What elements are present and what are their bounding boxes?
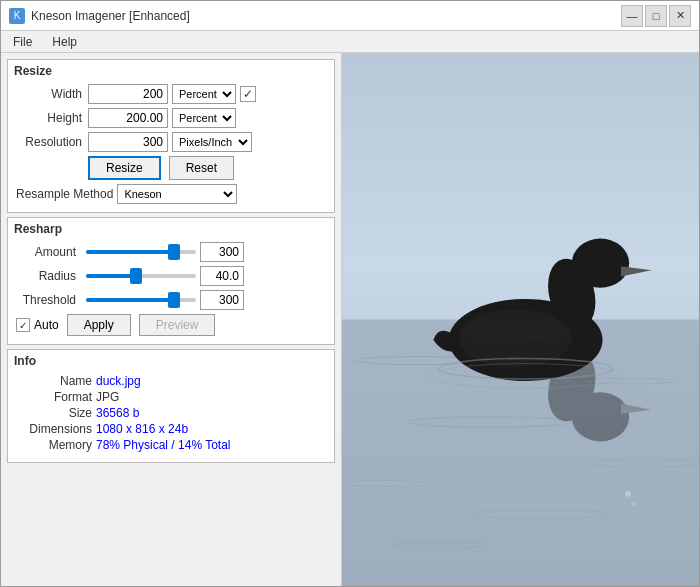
radius-row: Radius 40.0 xyxy=(16,266,326,286)
amount-value: 300 xyxy=(200,242,244,262)
threshold-label: Threshold xyxy=(16,293,82,307)
svg-point-19 xyxy=(631,502,635,506)
resharp-title: Resharp xyxy=(14,222,326,236)
resample-select[interactable]: Kneson Bicubic Bilinear xyxy=(117,184,237,204)
resharp-buttons: Auto Apply Preview xyxy=(16,314,326,336)
info-memory-value: 78% Physical / 14% Total xyxy=(96,438,231,452)
menu-bar: File Help xyxy=(1,31,699,53)
info-name-row: Name duck.jpg xyxy=(16,374,326,388)
radius-thumb[interactable] xyxy=(130,268,142,284)
resize-title: Resize xyxy=(14,64,326,78)
width-input[interactable] xyxy=(88,84,168,104)
info-format-value: JPG xyxy=(96,390,119,404)
menu-help[interactable]: Help xyxy=(44,33,85,50)
auto-check-row: Auto xyxy=(16,318,59,332)
info-title: Info xyxy=(14,354,326,368)
svg-point-18 xyxy=(625,491,631,497)
info-format-row: Format JPG xyxy=(16,390,326,404)
svg-point-11 xyxy=(572,239,629,288)
info-size-row: Size 36568 b xyxy=(16,406,326,420)
width-label: Width xyxy=(16,87,88,101)
app-icon: K xyxy=(9,8,25,24)
aspect-ratio-checkbox[interactable] xyxy=(240,86,256,102)
resize-section: Resize Width Percent Pixels Inches Heigh… xyxy=(7,59,335,213)
radius-value: 40.0 xyxy=(200,266,244,286)
close-button[interactable]: ✕ xyxy=(669,5,691,27)
resolution-label: Resolution xyxy=(16,135,88,149)
info-format-label: Format xyxy=(20,390,96,404)
preview-button[interactable]: Preview xyxy=(139,314,216,336)
height-row: Height Percent Pixels Inches xyxy=(16,108,326,128)
info-dimensions-label: Dimensions xyxy=(20,422,96,436)
amount-track xyxy=(86,250,196,254)
amount-label: Amount xyxy=(16,245,82,259)
minimize-button[interactable]: — xyxy=(621,5,643,27)
main-content: Resize Width Percent Pixels Inches Heigh… xyxy=(1,53,699,586)
radius-fill xyxy=(86,274,136,278)
resample-row: Resample Method Kneson Bicubic Bilinear xyxy=(16,184,326,204)
menu-file[interactable]: File xyxy=(5,33,40,50)
info-size-value: 36568 b xyxy=(96,406,139,420)
duck-image xyxy=(342,53,699,586)
info-section: Info Name duck.jpg Format JPG Size 36568… xyxy=(7,349,335,463)
height-unit-select[interactable]: Percent Pixels Inches xyxy=(172,108,236,128)
title-bar: K Kneson Imagener [Enhanced] — □ ✕ xyxy=(1,1,699,31)
info-dimensions-value: 1080 x 816 x 24b xyxy=(96,422,188,436)
svg-point-15 xyxy=(572,392,629,441)
reset-button[interactable]: Reset xyxy=(169,156,234,180)
main-window: K Kneson Imagener [Enhanced] — □ ✕ File … xyxy=(0,0,700,587)
threshold-value: 300 xyxy=(200,290,244,310)
info-name-value: duck.jpg xyxy=(96,374,141,388)
info-name-label: Name xyxy=(20,374,96,388)
info-memory-row: Memory 78% Physical / 14% Total xyxy=(16,438,326,452)
amount-fill xyxy=(86,250,174,254)
resize-buttons: Resize Reset xyxy=(88,156,326,180)
amount-thumb[interactable] xyxy=(168,244,180,260)
auto-checkbox[interactable] xyxy=(16,318,30,332)
maximize-button[interactable]: □ xyxy=(645,5,667,27)
window-title: Kneson Imagener [Enhanced] xyxy=(31,9,190,23)
auto-label: Auto xyxy=(34,318,59,332)
info-memory-label: Memory xyxy=(20,438,96,452)
image-preview-panel xyxy=(341,53,699,586)
resolution-row: Resolution Pixels/Inch Pixels/Cm xyxy=(16,132,326,152)
resample-label: Resample Method xyxy=(16,187,113,201)
apply-button[interactable]: Apply xyxy=(67,314,131,336)
amount-row: Amount 300 xyxy=(16,242,326,262)
threshold-track xyxy=(86,298,196,302)
height-input[interactable] xyxy=(88,108,168,128)
resize-button[interactable]: Resize xyxy=(88,156,161,180)
info-size-label: Size xyxy=(20,406,96,420)
resolution-unit-select[interactable]: Pixels/Inch Pixels/Cm xyxy=(172,132,252,152)
width-row: Width Percent Pixels Inches xyxy=(16,84,326,104)
title-bar-left: K Kneson Imagener [Enhanced] xyxy=(9,8,190,24)
radius-track xyxy=(86,274,196,278)
height-label: Height xyxy=(16,111,88,125)
threshold-thumb[interactable] xyxy=(168,292,180,308)
threshold-row: Threshold 300 xyxy=(16,290,326,310)
threshold-fill xyxy=(86,298,174,302)
left-panel: Resize Width Percent Pixels Inches Heigh… xyxy=(1,53,341,586)
resharp-section: Resharp Amount 300 Radius xyxy=(7,217,335,345)
title-buttons: — □ ✕ xyxy=(621,5,691,27)
width-unit-select[interactable]: Percent Pixels Inches xyxy=(172,84,236,104)
radius-label: Radius xyxy=(16,269,82,283)
resolution-input[interactable] xyxy=(88,132,168,152)
info-dimensions-row: Dimensions 1080 x 816 x 24b xyxy=(16,422,326,436)
